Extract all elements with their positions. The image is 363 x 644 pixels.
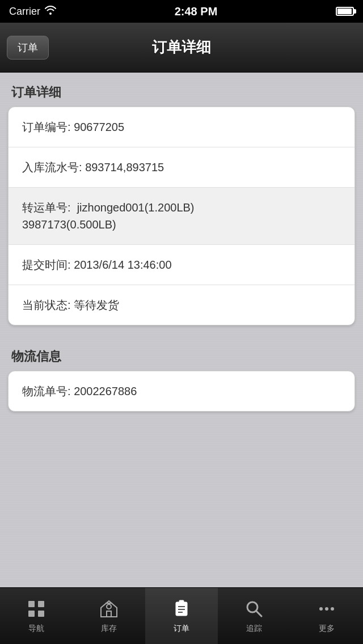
tab-more-label: 更多 xyxy=(319,624,335,634)
wifi-icon xyxy=(45,6,56,18)
logistics-number-label: 物流单号: xyxy=(22,385,74,397)
tab-inventory-label: 库存 xyxy=(101,624,117,634)
order-detail-card: 订单编号: 90677205 入库流水号: 893714,893715 转运单号… xyxy=(8,107,355,325)
tab-nav[interactable]: 导航 xyxy=(0,588,73,644)
inbound-number-value: 893714,893715 xyxy=(85,161,164,173)
tab-order[interactable]: 订单 xyxy=(145,588,218,644)
grid-icon xyxy=(26,599,47,621)
transfer-number-label: 转运单号: xyxy=(22,201,77,214)
search-icon xyxy=(244,599,264,621)
order-number-row: 订单编号: 90677205 xyxy=(9,107,354,147)
svg-point-13 xyxy=(325,607,328,611)
order-number-value: 90677205 xyxy=(74,121,124,133)
inbound-number-label: 入库流水号: xyxy=(22,161,85,173)
submit-time-row: 提交时间: 2013/6/14 13:46:00 xyxy=(9,245,354,285)
tab-inventory[interactable]: 库存 xyxy=(73,588,145,644)
order-detail-header: 订单详细 xyxy=(0,73,363,107)
logistics-number-value: 2002267886 xyxy=(74,385,137,397)
logistics-card: 物流单号: 2002267886 xyxy=(8,371,355,412)
svg-rect-3 xyxy=(38,611,44,617)
tab-track-label: 追踪 xyxy=(246,624,262,634)
submit-time-value: 2013/6/14 13:46:00 xyxy=(74,259,171,271)
current-status-value: 等待发货 xyxy=(74,299,119,311)
main-content: 订单详细 订单编号: 90677205 入库流水号: 893714,893715… xyxy=(0,73,363,587)
submit-time-label: 提交时间: xyxy=(22,259,74,271)
status-left: Carrier xyxy=(9,6,56,18)
svg-point-4 xyxy=(107,604,111,609)
tab-bar: 导航 库存 订单 xyxy=(0,587,363,644)
svg-point-14 xyxy=(331,607,334,611)
order-detail-section: 订单详细 订单编号: 90677205 入库流水号: 893714,893715… xyxy=(0,73,363,325)
current-status-label: 当前状态: xyxy=(22,299,74,311)
back-button[interactable]: 订单 xyxy=(7,36,49,60)
svg-rect-0 xyxy=(28,601,35,607)
logistics-header: 物流信息 xyxy=(0,337,363,371)
more-icon xyxy=(316,599,337,621)
carrier-label: Carrier xyxy=(9,6,40,18)
inbound-number-row: 入库流水号: 893714,893715 xyxy=(9,147,354,188)
svg-rect-2 xyxy=(28,611,35,617)
tab-more[interactable]: 更多 xyxy=(290,588,363,644)
svg-rect-1 xyxy=(38,601,44,607)
clipboard-icon xyxy=(171,599,192,621)
tab-order-label: 订单 xyxy=(174,624,189,634)
navigation-bar: 订单 订单详细 xyxy=(0,23,363,73)
svg-point-12 xyxy=(319,607,323,611)
transfer-number-row: 转运单号: jizhonged001(1.200LB)3987173(0.500… xyxy=(9,188,354,245)
status-right xyxy=(336,7,354,16)
page-title: 订单详细 xyxy=(152,37,211,57)
home-icon xyxy=(99,599,119,621)
svg-line-11 xyxy=(256,611,261,616)
logistics-section: 物流信息 物流单号: 2002267886 xyxy=(0,337,363,412)
status-bar: Carrier 2:48 PM xyxy=(0,0,363,23)
tab-track[interactable]: 追踪 xyxy=(218,588,290,644)
svg-rect-6 xyxy=(179,600,184,604)
current-status-row: 当前状态: 等待发货 xyxy=(9,285,354,325)
tab-nav-label: 导航 xyxy=(28,624,44,634)
status-time: 2:48 PM xyxy=(175,5,218,18)
logistics-number-row: 物流单号: 2002267886 xyxy=(9,371,354,411)
battery-icon xyxy=(336,7,354,16)
order-number-label: 订单编号: xyxy=(22,121,74,133)
